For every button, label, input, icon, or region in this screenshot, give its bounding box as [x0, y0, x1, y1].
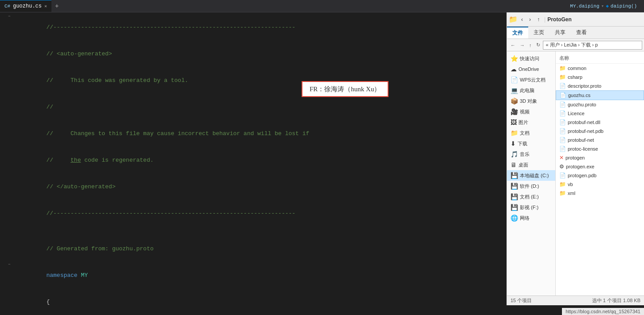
code-line-6: // the code is regenerated.	[0, 147, 507, 174]
sidebar-item-video[interactable]: 🎥 视频	[507, 106, 555, 117]
tab-guozhu-cs[interactable]: C# guozhu.cs ✕	[0, 0, 51, 12]
code-line-10: // Generated from: guozhu.proto	[0, 236, 507, 262]
sidebar-label: 软件 (D:)	[520, 183, 539, 190]
file-item-guozhu-cs[interactable]: 📄 guozhu.cs	[556, 90, 644, 100]
address-separator: ▾	[601, 3, 604, 9]
code-content: //--------------------------------------…	[15, 14, 505, 41]
fe-body: ⭐ 快速访问 ☁ OneDrive 📄 WPS云文档 💻 此电脑 📦	[507, 51, 644, 296]
sidebar-item-wps[interactable]: 📄 WPS云文档	[507, 74, 555, 85]
code-content: //	[15, 94, 505, 121]
code-line-9	[0, 227, 507, 236]
file-name: protobuf-net	[568, 137, 594, 143]
file-item-licence[interactable]: 📄 Licence	[556, 109, 644, 118]
cs-file-icon: 📄	[560, 92, 566, 98]
file-name: protogen.pdb	[568, 173, 597, 178]
url-text: https://blog.csdn.net/qq_15267341	[565, 309, 640, 314]
sidebar-item-onedrive[interactable]: ☁ OneDrive	[507, 64, 555, 74]
file-item-protobuf-pdb[interactable]: 📄 protobuf-net.pdb	[556, 127, 644, 136]
file-icon: 📄	[559, 101, 566, 108]
file-item-protobuf-net[interactable]: 📄 protobuf-net	[556, 136, 644, 144]
file-item-common[interactable]: 📁 common	[556, 64, 644, 73]
fe-nav-back[interactable]: ←	[509, 42, 517, 49]
file-item-xml[interactable]: 📁 xml	[556, 189, 644, 198]
file-name: vb	[568, 182, 573, 187]
sidebar-label: 下载	[518, 140, 527, 147]
sidebar-item-pictures[interactable]: 🖼 图片	[507, 117, 555, 128]
sidebar-item-e-drive[interactable]: 💾 文档 (E:)	[507, 191, 555, 202]
fe-toolbar: 📁 ‹ › ↑ | ProtoGen	[507, 12, 644, 27]
file-item-descriptor[interactable]: 📄 descriptor.proto	[556, 82, 644, 90]
code-content: // <auto-generated>	[15, 41, 505, 67]
fe-nav-forward[interactable]: →	[518, 42, 526, 49]
file-item-guozhu-proto[interactable]: 📄 guozhu.proto	[556, 100, 644, 109]
sidebar-item-f-drive[interactable]: 💾 影视 (F:)	[507, 202, 555, 213]
file-item-csharp[interactable]: 📁 csharp	[556, 73, 644, 82]
fe-tab-file[interactable]: 文件	[507, 27, 528, 39]
file-icon: 📄	[559, 110, 566, 117]
sidebar-label: 文档	[520, 130, 530, 136]
fe-status-count: 15 个项目	[510, 297, 532, 304]
fe-nav: ← → ↑ ↻ « 用户 › LeiJia › 下载 › p	[507, 39, 644, 51]
code-line-12: {	[0, 289, 507, 305]
sidebar-item-network[interactable]: 🌐 网络	[507, 213, 555, 223]
sidebar-label: OneDrive	[518, 66, 539, 72]
file-item-protogen-pdb[interactable]: 📄 protogen.pdb	[556, 171, 644, 180]
fold-icon[interactable]: −	[7, 14, 12, 19]
fe-tab-share[interactable]: 共享	[550, 27, 571, 39]
code-content: namespace MY	[15, 262, 505, 289]
code-content: // Generated from: guozhu.proto	[15, 236, 505, 262]
sidebar-item-quickaccess[interactable]: ⭐ 快速访问	[507, 53, 555, 64]
sidebar-label: 文档 (E:)	[520, 194, 539, 200]
fe-tab-view[interactable]: 查看	[571, 27, 592, 39]
code-editor[interactable]: − //------------------------------------…	[0, 12, 507, 305]
file-name: Licence	[568, 111, 585, 116]
sidebar-label: 影视 (F:)	[520, 204, 538, 211]
drive-icon: 💾	[510, 172, 518, 179]
file-name: csharp	[568, 74, 582, 80]
folder-icon: 📁	[510, 129, 518, 136]
exe-icon: ⚙	[559, 163, 564, 170]
file-name: protobuf-net.dll	[568, 120, 600, 125]
fe-toolbar-up[interactable]: ↑	[534, 16, 542, 23]
fe-status-selected: 选中 1 个项目 1.08 KB	[592, 297, 640, 304]
code-content: // </auto-generated>	[15, 174, 505, 200]
sidebar-item-3d[interactable]: 📦 3D 对象	[507, 96, 555, 106]
sidebar-item-d-drive[interactable]: 💾 软件 (D:)	[507, 181, 555, 191]
file-name: guozhu.proto	[568, 102, 596, 107]
fe-nav-refresh[interactable]: ↻	[534, 41, 542, 49]
tab-plus[interactable]: +	[51, 0, 62, 12]
fe-folder-icon: 📁	[509, 15, 518, 23]
fe-tab-home[interactable]: 主页	[528, 27, 550, 39]
fold-icon[interactable]: −	[7, 262, 12, 267]
fe-toolbar-forward[interactable]: ›	[526, 16, 534, 23]
sidebar-item-thispc[interactable]: 💻 此电脑	[507, 85, 555, 96]
star-icon: ⭐	[510, 55, 518, 62]
address-function: daiping()	[611, 4, 637, 9]
sidebar-item-downloads[interactable]: ⬇ 下载	[507, 138, 555, 149]
file-name: xml	[568, 191, 575, 196]
video-icon: 🎥	[510, 108, 518, 115]
sidebar-item-c-drive[interactable]: 💾 本地磁盘 (C:)	[507, 170, 555, 181]
tab-close-button[interactable]: ✕	[44, 4, 47, 9]
fe-ribbon: 文件 主页 共享 查看	[507, 27, 644, 39]
cloud-icon: ☁	[510, 66, 517, 73]
fe-nav-up[interactable]: ↑	[527, 42, 534, 49]
file-name: protogen.exe	[566, 164, 594, 169]
fe-toolbar-back[interactable]: ‹	[518, 16, 526, 23]
sidebar-item-docs[interactable]: 📁 文档	[507, 128, 555, 138]
code-content: {	[15, 289, 505, 305]
file-item-protogen-exe[interactable]: ⚙ protogen.exe	[556, 162, 644, 171]
file-item-protoc-license[interactable]: 📄 protoc-license	[556, 144, 644, 153]
code-line-1: − //------------------------------------…	[0, 14, 507, 41]
main-layout: − //------------------------------------…	[0, 12, 644, 305]
file-item-vb[interactable]: 📁 vb	[556, 180, 644, 189]
file-item-protogen[interactable]: ✕ protogen	[556, 153, 644, 162]
file-explorer: 📁 ‹ › ↑ | ProtoGen 文件 主页 共享 查看 ← → ↑ ↻ «…	[507, 12, 644, 305]
sidebar-item-desktop[interactable]: 🖥 桌面	[507, 159, 555, 170]
pdb-icon: 📄	[559, 128, 566, 134]
file-item-protobuf-dll[interactable]: 📄 protobuf-net.dll	[556, 118, 644, 127]
fe-breadcrumb[interactable]: « 用户 › LeiJia › 下载 › p	[543, 41, 643, 50]
column-name-label: 名称	[559, 55, 569, 61]
sidebar-label: 图片	[518, 119, 528, 126]
sidebar-item-music[interactable]: 🎵 音乐	[507, 149, 555, 159]
